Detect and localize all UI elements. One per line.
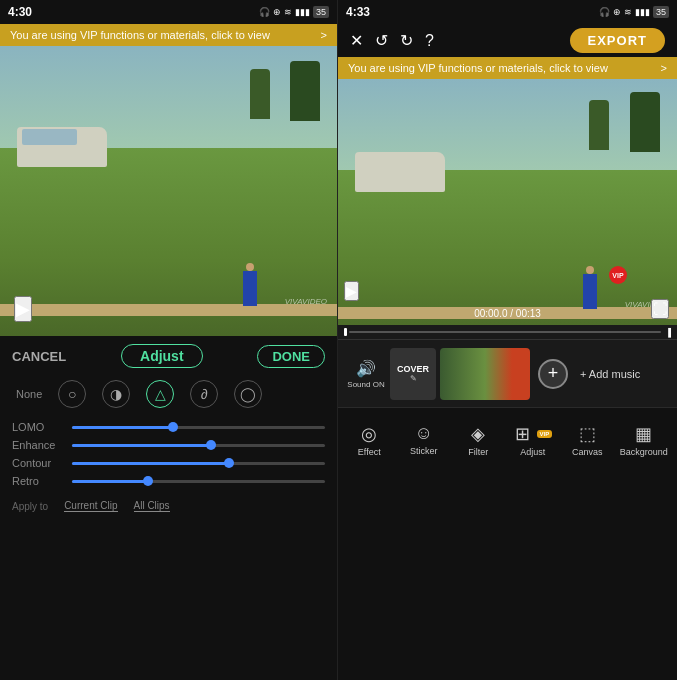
- apply-current-clip[interactable]: Current Clip: [64, 500, 117, 512]
- effect-icon: ◎: [361, 423, 377, 445]
- r-scene-van: [355, 152, 445, 192]
- filter-label-bottom: Filter: [468, 447, 488, 457]
- filter-icon-bottom: ◈: [471, 423, 485, 445]
- toolbar-item-adjust[interactable]: ⊞ VIP Adjust: [511, 423, 555, 457]
- toolbar-item-canvas[interactable]: ⬚ Canvas: [565, 423, 609, 457]
- right-video-area: VIP VIVAVIDEO ▶ 00:00.0 / 00:13 ⛶ ▐: [338, 79, 677, 339]
- apply-row: Apply to Current Clip All Clips: [0, 494, 337, 520]
- adjust-icon-wrap: ⊞ VIP: [515, 423, 550, 445]
- sound-on-button[interactable]: 🔊 Sound ON: [346, 359, 386, 389]
- help-button[interactable]: ?: [425, 32, 434, 50]
- background-label: Background: [620, 447, 668, 457]
- filter-icon-triangle[interactable]: △: [146, 380, 174, 408]
- filter-icon-circle[interactable]: ○: [58, 380, 86, 408]
- scrubber-handle: [344, 328, 347, 336]
- left-vip-banner[interactable]: You are using VIP functions or materials…: [0, 24, 337, 46]
- right-play-button[interactable]: ▶: [344, 281, 359, 301]
- redo-button[interactable]: ↻: [400, 31, 413, 50]
- r-vip-badge: VIP: [609, 266, 627, 284]
- right-vip-chevron: >: [661, 62, 667, 74]
- filter-icons-row: None ○ ◑ △ ∂ ◯: [0, 376, 337, 416]
- toolbar-item-effect[interactable]: ◎ Effect: [347, 423, 391, 457]
- right-vip-banner[interactable]: You are using VIP functions or materials…: [338, 57, 677, 79]
- slider-contour-fill: [72, 462, 229, 465]
- slider-lomo-label: LOMO: [12, 421, 64, 433]
- right-status-icons: 🎧 ⊕ ≋ ▮▮▮ 35: [599, 6, 669, 18]
- right-timestamp: 00:00.0 / 00:13: [474, 308, 541, 319]
- headphone-icon: 🎧: [259, 7, 270, 17]
- left-vip-chevron: >: [321, 29, 327, 41]
- slider-lomo-fill: [72, 426, 173, 429]
- slider-row-contour: Contour: [0, 454, 337, 472]
- r-bluetooth-icon: ⊕: [613, 7, 621, 17]
- bluetooth-icon: ⊕: [273, 7, 281, 17]
- canvas-label: Canvas: [572, 447, 603, 457]
- left-status-bar: 4:30 🎧 ⊕ ≋ ▮▮▮ 35: [0, 0, 337, 24]
- scrubber-track: [349, 331, 661, 333]
- tree-1: [290, 61, 320, 121]
- slider-row-enhance: Enhance: [0, 436, 337, 454]
- slider-enhance-track[interactable]: [72, 444, 325, 447]
- right-status-time: 4:33: [346, 5, 370, 19]
- filter-icon-curve[interactable]: ∂: [190, 380, 218, 408]
- add-clip-button[interactable]: +: [538, 359, 568, 389]
- right-vip-banner-text: You are using VIP functions or materials…: [348, 62, 608, 74]
- adjust-vip-badge: VIP: [537, 430, 553, 438]
- right-panel: 4:33 🎧 ⊕ ≋ ▮▮▮ 35 ✕ ↺ ↻ ? EXPORT You are…: [338, 0, 677, 680]
- slider-lomo-track[interactable]: [72, 426, 325, 429]
- add-music-button[interactable]: + Add music: [572, 364, 648, 384]
- r-tree-2: [589, 100, 609, 150]
- filter-none-label: None: [16, 388, 42, 400]
- adjust-button[interactable]: Adjust: [121, 344, 203, 368]
- adjust-label-bottom: Adjust: [520, 447, 545, 457]
- apply-all-clips[interactable]: All Clips: [134, 500, 170, 512]
- close-button[interactable]: ✕: [350, 31, 363, 50]
- toolbar-item-background[interactable]: ▦ Background: [620, 423, 668, 457]
- slider-contour-thumb[interactable]: [224, 458, 234, 468]
- cancel-button[interactable]: CANCEL: [12, 349, 66, 364]
- r-headphone-icon: 🎧: [599, 7, 610, 17]
- left-panel: 4:30 🎧 ⊕ ≋ ▮▮▮ 35 You are using VIP func…: [0, 0, 338, 680]
- left-status-time: 4:30: [8, 5, 32, 19]
- wifi-icon: ≋: [284, 7, 292, 17]
- sticker-label: Sticker: [410, 446, 438, 456]
- done-button[interactable]: DONE: [257, 345, 325, 368]
- filter-icon-drop[interactable]: ◑: [102, 380, 130, 408]
- add-music-text: + Add music: [580, 368, 640, 380]
- cover-clip[interactable]: COVER ✎: [390, 348, 436, 400]
- slider-contour-track[interactable]: [72, 462, 325, 465]
- toolbar-left: ✕ ↺ ↻ ?: [350, 31, 434, 50]
- cover-edit-icon: ✎: [410, 374, 417, 383]
- left-watermark: VIVAVIDEO: [285, 297, 327, 306]
- toolbar-item-filter[interactable]: ◈ Filter: [456, 423, 500, 457]
- toolbar-item-sticker[interactable]: ☺ Sticker: [402, 423, 446, 456]
- export-button[interactable]: EXPORT: [570, 28, 665, 53]
- slider-enhance-thumb[interactable]: [206, 440, 216, 450]
- slider-retro-label: Retro: [12, 475, 64, 487]
- sticker-icon: ☺: [415, 423, 433, 444]
- slider-row-lomo: LOMO: [0, 418, 337, 436]
- slider-lomo-thumb[interactable]: [168, 422, 178, 432]
- undo-button[interactable]: ↺: [375, 31, 388, 50]
- slider-row-retro: Retro: [0, 472, 337, 490]
- sound-label: Sound ON: [347, 380, 384, 389]
- scene-van: [17, 127, 107, 167]
- r-scene-person: [583, 274, 597, 309]
- r-signal-icon: ▮▮▮: [635, 7, 650, 17]
- background-icon: ▦: [635, 423, 652, 445]
- filter-icon-extra[interactable]: ◯: [234, 380, 262, 408]
- controls-area: CANCEL Adjust DONE None ○ ◑ △ ∂ ◯ LOMO E…: [0, 336, 337, 520]
- slider-retro-thumb[interactable]: [143, 476, 153, 486]
- video-clip[interactable]: [440, 348, 530, 400]
- left-play-button[interactable]: ▶: [14, 296, 32, 322]
- left-video-scene: VIVAVIDEO: [0, 46, 337, 336]
- timeline-strip: 🔊 Sound ON COVER ✎ + + Add music: [338, 339, 677, 407]
- fullscreen-button[interactable]: ⛶: [651, 299, 669, 319]
- scrubber-end-icon: ▐: [665, 328, 671, 337]
- r-tree-1: [630, 92, 660, 152]
- adjust-icon: ⊞: [515, 424, 530, 444]
- cover-label: COVER: [397, 364, 429, 374]
- apply-label: Apply to: [12, 501, 48, 512]
- slider-retro-track[interactable]: [72, 480, 325, 483]
- scrubber-bar[interactable]: ▐: [338, 325, 677, 339]
